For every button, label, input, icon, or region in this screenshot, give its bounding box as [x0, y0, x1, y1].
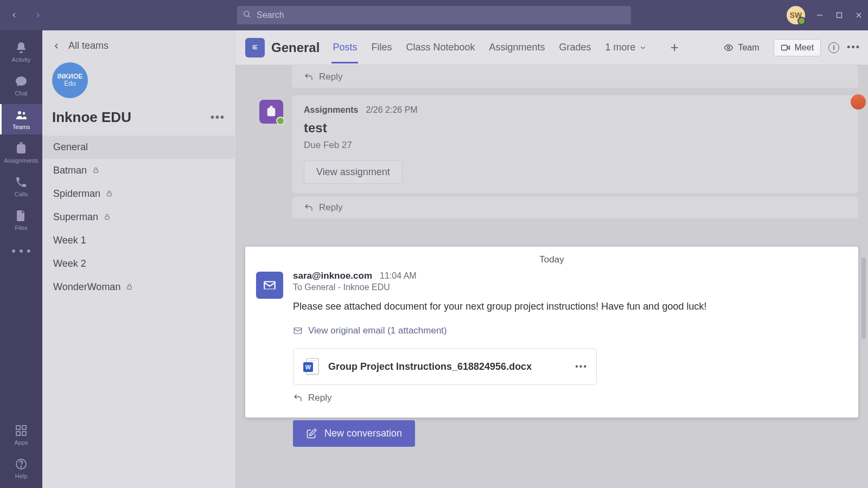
rail-assignments[interactable]: Assignments [0, 138, 42, 168]
view-original-email-link[interactable]: View original email (1 attachment) [293, 325, 847, 336]
reply-label: Reply [319, 202, 342, 213]
attachment-more-button[interactable]: ••• [575, 362, 588, 371]
channel-header: IE General PostsFilesClass NotebookAssig… [235, 30, 868, 65]
nav-forward-button[interactable] [29, 7, 47, 24]
svg-point-6 [18, 111, 21, 114]
info-button[interactable]: i [828, 42, 839, 53]
app-rail: Activity Chat Teams Assignments Calls Fi… [0, 30, 42, 488]
lock-icon [104, 211, 111, 223]
email-from: sara@inknoe.com [293, 271, 372, 281]
nav-back-button[interactable] [5, 7, 23, 24]
svg-rect-14 [94, 170, 98, 172]
channel-week-2[interactable]: Week 2 [42, 252, 235, 275]
rail-chat[interactable]: Chat [0, 70, 42, 101]
rail-label: Assignments [4, 157, 39, 164]
rail-help[interactable]: Help [0, 453, 42, 488]
tab-grades[interactable]: Grades [558, 32, 592, 63]
team-name: Inknoe EDU [52, 109, 131, 126]
feed: Reply Assignments 2/26 2:26 PM test Due … [235, 65, 868, 488]
rail-apps[interactable]: Apps [0, 420, 42, 450]
window-maximize-button[interactable] [834, 10, 844, 20]
svg-rect-9 [22, 426, 26, 429]
tab-files[interactable]: Files [370, 32, 393, 63]
avatar-initials: SW [790, 11, 802, 20]
channel-wonderwoman[interactable]: WonderWoman [42, 275, 235, 299]
rail-activity[interactable]: Activity [0, 37, 42, 67]
reply-icon [293, 393, 303, 403]
tab-class-notebook[interactable]: Class Notebook [405, 32, 476, 63]
window-minimize-button[interactable] [815, 10, 825, 20]
email-to: To General - Inknoe EDU [293, 282, 847, 292]
eye-icon [724, 43, 733, 53]
tab-assignments[interactable]: Assignments [488, 32, 546, 63]
mail-icon [293, 326, 303, 336]
team-info-button[interactable]: Team [717, 40, 765, 56]
svg-point-7 [23, 112, 25, 115]
reply-button[interactable]: Reply [304, 69, 846, 82]
back-to-all-teams[interactable]: All teams [42, 30, 235, 61]
channel-label: WonderWoman [53, 281, 120, 293]
team-sidepanel: All teams INKИOEEdu Inknoe EDU ••• Gener… [42, 30, 235, 488]
svg-rect-10 [16, 432, 20, 435]
svg-rect-17 [127, 286, 132, 289]
word-doc-icon: W [303, 357, 320, 376]
assignment-time: 2/26 2:26 PM [366, 105, 417, 115]
channel-week-1[interactable]: Week 1 [42, 229, 235, 252]
attachment-card[interactable]: W Group Project Instructions_618824956.d… [293, 348, 597, 385]
rail-calls[interactable]: Calls [0, 171, 42, 202]
user-avatar[interactable]: SW [787, 6, 805, 24]
svg-point-13 [21, 466, 22, 467]
scrollbar-thumb[interactable] [861, 258, 866, 339]
search-input[interactable] [237, 6, 631, 24]
header-more-button[interactable]: ••• [847, 42, 860, 53]
svg-point-18 [727, 46, 730, 49]
svg-marker-20 [787, 46, 790, 49]
rail-more-button[interactable]: • • • [11, 239, 30, 264]
rail-files[interactable]: Files [0, 205, 42, 235]
chat-icon [15, 75, 28, 88]
svg-rect-8 [16, 426, 20, 429]
view-assignment-button[interactable]: View assignment [304, 160, 403, 184]
attachment-name: Group Project Instructions_618824956.doc… [328, 361, 532, 373]
meet-button[interactable]: Meet [774, 39, 821, 56]
chevron-left-icon [52, 42, 61, 50]
team-badge-icon: IE [245, 38, 265, 57]
add-tab-button[interactable]: + [671, 39, 679, 56]
channel-superman[interactable]: Superman [42, 206, 235, 229]
email-app-icon [256, 272, 283, 299]
team-btn-label: Team [738, 43, 759, 53]
help-icon [15, 458, 28, 471]
tab-more-dropdown[interactable]: 1 more [604, 32, 648, 63]
svg-rect-19 [781, 45, 787, 50]
reply-button[interactable]: Reply [304, 200, 846, 213]
reply-button[interactable]: Reply [293, 393, 847, 403]
apps-icon [15, 424, 28, 437]
file-icon [15, 209, 28, 222]
day-divider: Today [256, 254, 847, 265]
assignment-title: test [304, 120, 846, 136]
channel-label: Week 1 [53, 235, 86, 246]
channel-label: Batman [53, 165, 87, 176]
tab-posts[interactable]: Posts [331, 32, 358, 63]
svg-rect-3 [837, 13, 842, 18]
assignment-card: Assignments 2/26 2:26 PM test Due Feb 27… [292, 95, 858, 194]
scrollbar[interactable] [859, 65, 867, 488]
rail-label: Calls [15, 191, 28, 197]
new-conversation-button[interactable]: New conversation [293, 420, 415, 447]
window-close-button[interactable] [854, 10, 864, 20]
rail-teams[interactable]: Teams [0, 104, 42, 134]
channel-label: Week 2 [53, 258, 86, 269]
channel-spiderman[interactable]: Spiderman [42, 182, 235, 206]
phone-icon [15, 176, 28, 189]
rail-label: Activity [12, 56, 31, 63]
meet-btn-label: Meet [795, 43, 814, 53]
titlebar: SW [0, 0, 868, 30]
channel-batman[interactable]: Batman [42, 159, 235, 182]
svg-rect-16 [105, 216, 110, 219]
team-more-button[interactable]: ••• [210, 111, 225, 124]
email-post-card: Today sara@inknoe.com 11:04 AM To Genera… [245, 247, 858, 418]
main-content: IE General PostsFilesClass NotebookAssig… [235, 30, 868, 488]
channel-general[interactable]: General [42, 136, 235, 159]
channel-label: General [53, 142, 88, 153]
svg-rect-21 [294, 328, 302, 334]
